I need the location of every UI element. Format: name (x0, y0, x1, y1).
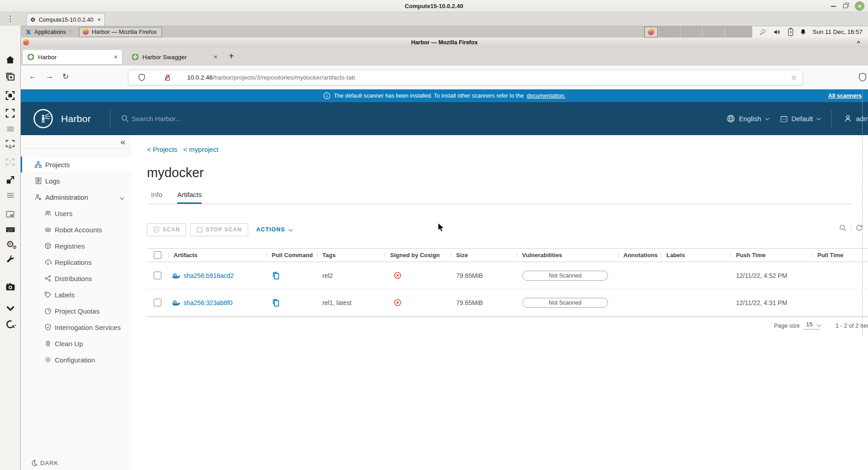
sidebar-item-interrogation-services[interactable]: Interrogation Services (21, 319, 131, 335)
disconnect-icon[interactable] (5, 319, 16, 330)
maximize-button[interactable] (843, 4, 848, 8)
tab-info[interactable]: Info (151, 191, 162, 204)
artifact-digest-link[interactable]: sha256:323ab8f0 (184, 299, 232, 306)
volume-icon[interactable] (773, 28, 782, 36)
tab-close-icon[interactable]: × (114, 53, 118, 61)
sidebar-item-projects[interactable]: Projects (21, 156, 131, 173)
forward-button[interactable]: → (46, 72, 53, 81)
sidebar-item-logs[interactable]: Logs (21, 173, 131, 189)
column-header-push-time[interactable]: Push Time (731, 249, 812, 262)
registries-icon (44, 242, 52, 250)
browser-tab-harbor-swagger[interactable]: Harbor Swagger × (127, 50, 222, 64)
url-text[interactable]: 10.0.2.46/harbor/projects/3/repositories… (187, 74, 355, 81)
harbor-search[interactable] (121, 115, 231, 122)
scale-display-icon[interactable] (5, 157, 16, 168)
column-header-signed-by-cosign[interactable]: Signed by Cosign (385, 249, 451, 262)
artifact-digest-link[interactable]: sha256:b918acd2 (184, 272, 234, 279)
viewer-connection-tab[interactable]: Compute15-10.0.2.40 × (26, 13, 105, 26)
sidebar-item-distributions[interactable]: Distributions (21, 270, 131, 287)
all-scanners-link[interactable]: All scanners (828, 93, 862, 99)
actions-dropdown[interactable]: ACTIONS (256, 226, 292, 233)
column-header-pull-command[interactable]: Pull Command (266, 249, 317, 262)
caret-icon[interactable]: ^ (857, 39, 860, 46)
menu-lines-icon[interactable] (5, 123, 16, 134)
sidebar-item-labels[interactable]: Labels (21, 287, 131, 303)
copy-pull-command-icon[interactable] (272, 298, 280, 307)
tab-artifacts[interactable]: Artifacts (177, 191, 202, 204)
fullscreen-icon[interactable] (5, 108, 16, 119)
tracking-shield-icon[interactable] (138, 74, 145, 81)
copy-pull-command-icon[interactable] (272, 271, 280, 280)
page-size-select[interactable]: 15 (803, 321, 820, 329)
usb-device-icon[interactable] (759, 28, 768, 36)
sidebar-item-robot-accounts[interactable]: Robot Accounts (21, 221, 131, 238)
reload-button[interactable]: ↻ (62, 72, 69, 81)
sidebar-item-clean-up[interactable]: Clean Up (21, 335, 131, 352)
tab-close-icon[interactable]: × (97, 16, 101, 23)
taskbar-window-button[interactable]: Harbor — Mozilla Firefox (79, 27, 162, 37)
stop-scan-button[interactable]: STOP SCAN (190, 223, 248, 236)
column-header-tags[interactable]: Tags (317, 249, 385, 262)
close-button[interactable]: × (855, 1, 864, 11)
picture-in-picture-icon[interactable] (5, 209, 16, 220)
scan-button[interactable]: SCAN (147, 223, 186, 236)
bookmark-star-icon[interactable]: ☆ (791, 74, 797, 82)
column-header-artifacts[interactable]: Artifacts (168, 249, 266, 262)
search-input[interactable] (132, 115, 231, 122)
row-checkbox[interactable] (154, 299, 161, 306)
screen-share-icon[interactable] (5, 138, 16, 150)
insecure-lock-icon[interactable] (164, 74, 171, 81)
back-button[interactable]: ← (29, 72, 37, 81)
sidebar-item-configuration[interactable]: Configuration (21, 352, 131, 368)
documentation-link[interactable]: documentation. (527, 93, 565, 99)
column-header-annotations[interactable]: Annotations (618, 249, 661, 262)
collapse-sidebar-icon[interactable]: « (120, 137, 125, 146)
minimize-button[interactable] (831, 6, 836, 7)
sidebar-item-administration[interactable]: Administration (21, 189, 131, 205)
firefox-icon (23, 39, 29, 46)
center-screen-icon[interactable] (5, 90, 16, 101)
tools-wrench-icon[interactable] (5, 254, 16, 265)
row-checkbox[interactable] (154, 272, 161, 279)
column-header-labels[interactable]: Labels (661, 249, 731, 262)
page-title: mydocker (147, 165, 868, 180)
breadcrumb-myproject-link[interactable]: < myproject (183, 146, 218, 153)
sidebar-item-replications[interactable]: Replications (21, 254, 131, 270)
replications-icon (44, 258, 52, 266)
search-icon[interactable] (839, 224, 847, 232)
column-header-pull-time[interactable]: Pull Time (812, 249, 868, 262)
extension-shield-icon[interactable] (859, 73, 867, 82)
sidebar-item-users[interactable]: Users (21, 205, 131, 221)
column-header-size[interactable]: Size (451, 249, 517, 262)
dark-mode-toggle[interactable]: DARK (31, 460, 58, 466)
url-bar[interactable]: 10.0.2.46/harbor/projects/3/repositories… (128, 70, 803, 85)
language-selector[interactable]: English (726, 114, 768, 123)
new-window-icon[interactable] (5, 71, 16, 82)
clock[interactable]: Sun 11 Dec, 16:57 (812, 28, 864, 35)
vulnerability-status-badge: Not Scanned (522, 298, 608, 308)
select-all-checkbox[interactable] (154, 251, 161, 259)
applications-menu[interactable]: Applications ⋮ (20, 26, 77, 38)
new-tab-button[interactable]: + (229, 51, 234, 61)
menu-lines-icon[interactable] (5, 189, 16, 201)
user-menu[interactable]: admin (844, 114, 868, 123)
sidebar-item-project-quotas[interactable]: Project Quotas (21, 303, 131, 319)
scanner-banner: The default scanner has been installed. … (21, 89, 868, 102)
chevron-down-icon[interactable] (5, 302, 16, 314)
battery-icon[interactable] (788, 28, 794, 36)
viewer-menu-icon[interactable]: ⋮ (6, 13, 14, 25)
tray-firefox-button[interactable] (644, 27, 658, 38)
tab-close-icon[interactable]: × (214, 53, 217, 61)
resize-expand-icon[interactable] (5, 174, 16, 186)
harbor-brand[interactable]: Harbor (21, 108, 91, 129)
sidebar-item-registries[interactable]: Registries (21, 238, 131, 254)
home-icon[interactable] (5, 54, 16, 66)
notification-bell-icon[interactable] (799, 28, 807, 36)
keyboard-icon[interactable] (5, 224, 16, 235)
browser-tab-harbor[interactable]: Harbor × (23, 50, 122, 64)
breadcrumb-projects-link[interactable]: < Projects (147, 146, 177, 153)
column-header-vulnerabilities[interactable]: Vulnerabilities (517, 249, 618, 262)
settings-gears-icon[interactable]: ⚙⚙ (5, 238, 16, 249)
screenshot-camera-icon[interactable] (5, 281, 16, 292)
theme-selector[interactable]: Default (780, 115, 820, 123)
